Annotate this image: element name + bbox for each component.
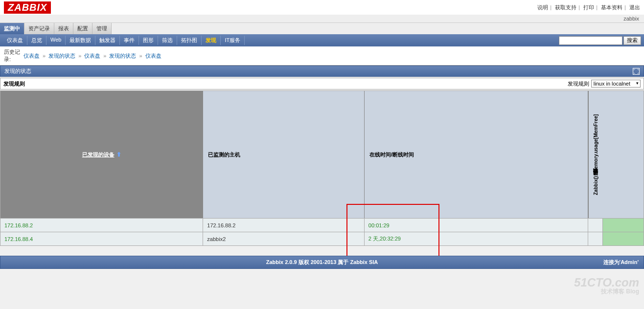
footer-copyright: Zabbix 2.0.9 版权 2001-2013 属于 Zabbix SIA <box>266 259 378 266</box>
breadcrumb-item[interactable]: 仪表盘 <box>145 52 161 60</box>
cell-host: 172.16.88.2 <box>203 219 365 232</box>
cell-host: zabbix2 <box>203 232 365 245</box>
filter-select[interactable]: linux in localnet <box>591 80 641 88</box>
section-header: 发现的状态 <box>0 66 644 77</box>
table-header-row: 已发现的设备⬆ 已监测的主机 在线时间/断线时间 Zabbix代理(被动式): … <box>0 91 644 218</box>
logo: ZABBIX <box>4 1 51 14</box>
cell-time: 00:01:29 <box>365 219 588 232</box>
fullscreen-icon[interactable] <box>633 68 640 75</box>
col-discovered[interactable]: 已发现的设备⬆ <box>0 91 203 218</box>
sub-tab-latest[interactable]: 最新数据 <box>66 36 95 45</box>
cell-metric <box>588 219 603 232</box>
breadcrumb-item[interactable]: 发现的状态 <box>48 52 75 60</box>
profile-link[interactable]: 基本资料 <box>601 4 622 10</box>
breadcrumb-label: 历史记录: <box>4 48 23 63</box>
help-link[interactable]: 说明 <box>537 4 548 10</box>
filter-bar: 发现规则 发现规则 linux in localnet <box>0 78 644 89</box>
sub-tab-itservices[interactable]: IT服务 <box>221 36 245 45</box>
col-metric: Zabbix代理(被动式): memory.usage[MemFree] <box>588 91 603 218</box>
sub-tab-triggers[interactable]: 触发器 <box>95 36 120 45</box>
data-table: 已发现的设备⬆ 已监测的主机 在线时间/断线时间 Zabbix代理(被动式): … <box>0 90 644 246</box>
top-links: 说明| 获取支持| 打印| 基本资料| 退出 <box>537 4 640 11</box>
table-row: 172.16.88.2 172.16.88.2 00:01:29 <box>0 218 644 232</box>
logout-link[interactable]: 退出 <box>629 4 640 10</box>
support-link[interactable]: 获取支持 <box>555 4 576 10</box>
breadcrumb: 历史记录: 仪表盘» 发现的状态» 仪表盘» 发现的状态» 仪表盘 <box>0 46 644 66</box>
cell-status <box>603 232 644 245</box>
main-tab-config[interactable]: 配置 <box>73 23 92 34</box>
cell-ip[interactable]: 172.16.88.2 <box>0 219 203 232</box>
col-uptime: 在线时间/断线时间 <box>365 91 588 218</box>
main-tabs: 监测中 资产记录 报表 配置 管理 <box>0 23 644 34</box>
cell-status <box>603 219 644 232</box>
filter-title: 发现规则 <box>3 80 25 88</box>
col-status <box>603 91 644 218</box>
main-tab-admin[interactable]: 管理 <box>92 23 112 34</box>
sub-tab-screens[interactable]: 筛选 <box>158 36 177 45</box>
main-tab-reports[interactable]: 报表 <box>54 23 73 34</box>
footer: Zabbix 2.0.9 版权 2001-2013 属于 Zabbix SIA … <box>0 256 644 269</box>
sub-tab-web[interactable]: Web <box>46 36 66 45</box>
sub-tab-maps[interactable]: 拓扑图 <box>177 36 202 45</box>
user-bar: zabbix <box>0 15 644 23</box>
section-title: 发现的状态 <box>4 67 31 75</box>
sub-tab-overview[interactable]: 总览 <box>27 36 46 45</box>
sub-tab-events[interactable]: 事件 <box>120 36 139 45</box>
sub-tab-discovery[interactable]: 发现 <box>202 36 221 45</box>
search-button[interactable]: 搜索 <box>623 36 641 45</box>
cell-time: 2 天,20:32:29 <box>365 232 588 245</box>
breadcrumb-item[interactable]: 发现的状态 <box>109 52 136 60</box>
sub-tab-dashboard[interactable]: 仪表盘 <box>3 36 27 45</box>
sort-arrow-icon: ⬆ <box>116 151 121 158</box>
sub-tabs: 仪表盘 总览 Web 最新数据 触发器 事件 图形 筛选 拓扑图 发现 IT服务… <box>0 34 644 46</box>
search-box: 搜索 <box>559 36 641 45</box>
cell-ip[interactable]: 172.16.88.4 <box>0 232 203 245</box>
cell-metric <box>588 232 603 245</box>
search-input[interactable] <box>559 36 622 45</box>
footer-connected: 连接为'Admin' <box>603 259 639 266</box>
filter-label: 发现规则 <box>568 80 589 88</box>
main-tab-monitoring[interactable]: 监测中 <box>0 23 24 34</box>
breadcrumb-item[interactable]: 仪表盘 <box>23 52 40 60</box>
table-row: 172.16.88.4 zabbix2 2 天,20:32:29 <box>0 232 644 245</box>
sub-tab-graphs[interactable]: 图形 <box>139 36 158 45</box>
col-monitored: 已监测的主机 <box>203 91 365 218</box>
breadcrumb-item[interactable]: 仪表盘 <box>84 52 100 60</box>
print-link[interactable]: 打印 <box>583 4 594 10</box>
main-tab-inventory[interactable]: 资产记录 <box>24 23 54 34</box>
